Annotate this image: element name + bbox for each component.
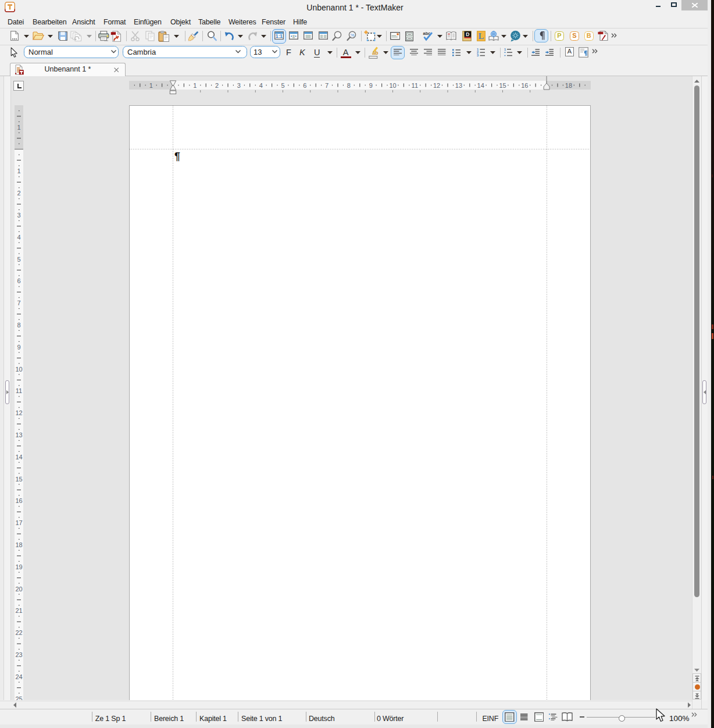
svg-text:%: % xyxy=(350,33,354,38)
svg-text:11: 11 xyxy=(412,82,418,89)
svg-text:10: 10 xyxy=(15,366,22,373)
svg-text:15: 15 xyxy=(499,82,506,89)
svg-text:9: 9 xyxy=(17,344,20,351)
svg-text:23: 23 xyxy=(15,651,22,658)
svg-text:12: 12 xyxy=(15,409,22,416)
svg-text:1: 1 xyxy=(17,124,20,131)
svg-text:14: 14 xyxy=(15,454,22,461)
svg-text:10: 10 xyxy=(389,82,396,89)
svg-text:D: D xyxy=(466,31,469,37)
svg-text:18: 18 xyxy=(565,82,572,89)
svg-text:12: 12 xyxy=(433,82,440,89)
svg-text:16: 16 xyxy=(521,82,528,89)
svg-text:7: 7 xyxy=(17,299,20,306)
svg-text:6: 6 xyxy=(303,82,306,89)
svg-text:3: 3 xyxy=(17,212,20,219)
svg-text:1: 1 xyxy=(504,48,506,51)
svg-text:3: 3 xyxy=(237,82,241,89)
svg-text:13: 13 xyxy=(15,431,22,438)
svg-text:4: 4 xyxy=(17,234,20,241)
svg-text:2: 2 xyxy=(215,82,219,89)
svg-text:9: 9 xyxy=(369,82,373,89)
svg-text:18: 18 xyxy=(15,541,22,548)
svg-text:20: 20 xyxy=(15,586,22,593)
svg-text:17: 17 xyxy=(15,519,22,526)
svg-text:5: 5 xyxy=(281,82,284,89)
svg-text:19: 19 xyxy=(15,563,22,570)
svg-text:16: 16 xyxy=(15,497,22,504)
svg-text:1:1: 1:1 xyxy=(276,34,283,39)
svg-text:25: 25 xyxy=(15,695,22,700)
svg-text:1: 1 xyxy=(17,167,20,174)
svg-text:1: 1 xyxy=(193,82,197,89)
svg-text:15: 15 xyxy=(15,476,22,483)
svg-text:3: 3 xyxy=(477,53,479,56)
svg-text:11: 11 xyxy=(15,387,22,394)
svg-text:8: 8 xyxy=(347,82,351,89)
svg-text:13: 13 xyxy=(455,82,462,89)
svg-text:22: 22 xyxy=(15,629,22,636)
svg-text:7: 7 xyxy=(325,82,329,89)
svg-text:6: 6 xyxy=(17,277,20,284)
svg-text:5: 5 xyxy=(17,256,20,263)
svg-text:4: 4 xyxy=(259,82,263,89)
svg-text:1: 1 xyxy=(149,82,153,89)
svg-text:24: 24 xyxy=(15,673,22,680)
svg-text:L: L xyxy=(478,32,483,41)
svg-text:2: 2 xyxy=(17,190,20,197)
svg-text:8: 8 xyxy=(17,322,20,329)
svg-text:21: 21 xyxy=(15,607,22,614)
svg-text:14: 14 xyxy=(477,82,484,89)
